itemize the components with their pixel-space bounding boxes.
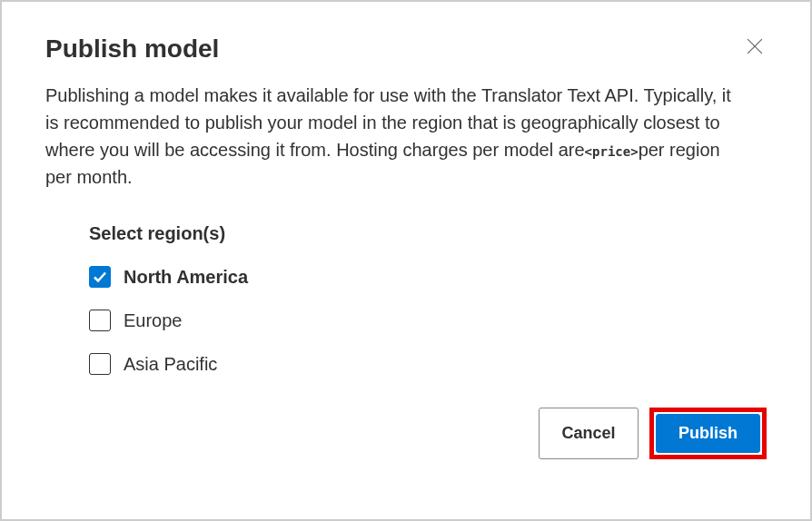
close-icon <box>747 38 763 54</box>
dialog-header: Publish model <box>45 34 767 64</box>
price-placeholder: <price> <box>585 144 639 159</box>
publish-highlight: Publish <box>649 408 767 459</box>
region-section: Select region(s) North America Europe As… <box>89 223 767 375</box>
checkbox-icon <box>89 266 111 288</box>
dialog-title: Publish model <box>45 34 219 64</box>
checkbox-label: Asia Pacific <box>124 354 217 375</box>
checkbox-icon <box>89 310 111 331</box>
region-section-label: Select region(s) <box>89 223 767 244</box>
region-checkbox-asia-pacific[interactable]: Asia Pacific <box>89 353 767 375</box>
close-button[interactable] <box>743 34 767 58</box>
checkbox-label: North America <box>124 267 248 288</box>
cancel-button[interactable]: Cancel <box>539 408 639 459</box>
publish-model-dialog: Publish model Publishing a model makes i… <box>2 2 810 492</box>
check-icon <box>93 270 107 284</box>
region-checkbox-north-america[interactable]: North America <box>89 266 767 288</box>
checkbox-label: Europe <box>124 310 183 331</box>
dialog-description: Publishing a model makes it available fo… <box>45 82 736 191</box>
dialog-footer: Cancel Publish <box>45 408 767 459</box>
checkbox-icon <box>89 353 111 375</box>
publish-button[interactable]: Publish <box>656 414 760 453</box>
region-checkbox-europe[interactable]: Europe <box>89 310 767 331</box>
